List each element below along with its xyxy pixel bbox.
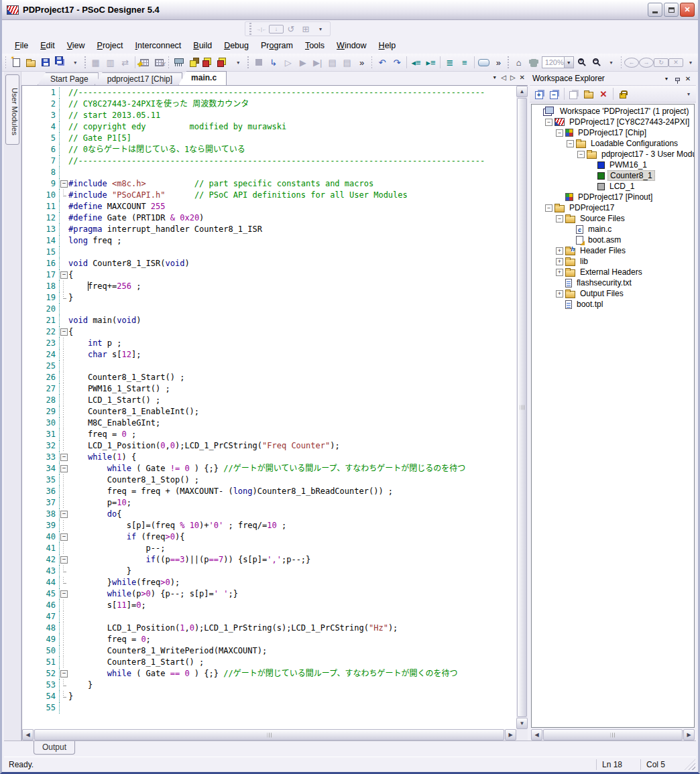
fold-marker[interactable] (60, 269, 68, 281)
code-line[interactable]: 22{ (22, 326, 516, 338)
fold-marker[interactable] (60, 554, 68, 566)
ws-scroll-right-icon[interactable]: ▶ (683, 729, 695, 740)
save-all-icon[interactable] (53, 56, 68, 70)
menu-edit[interactable]: Edit (34, 39, 61, 52)
user-modules-tab[interactable]: User Modules (5, 74, 19, 145)
fold-marker[interactable] (60, 645, 68, 657)
tree-item-source-files[interactable]: −Source Files (532, 213, 694, 224)
scroll-up-icon[interactable]: ▲ (516, 86, 528, 97)
code-line[interactable]: 6// 0ならゲートは閉じている、1なら開いている (22, 144, 516, 155)
debug-stop-icon[interactable] (251, 56, 266, 70)
code-line[interactable]: 2// CY8C27443-24PXIを使った 周波数カウンタ (22, 99, 516, 110)
minimize-button[interactable] (648, 3, 662, 17)
build-project-icon[interactable] (201, 56, 216, 70)
maximize-button[interactable] (664, 3, 679, 17)
toolbar-grip[interactable] (621, 56, 622, 68)
fold-marker[interactable] (60, 190, 68, 201)
fold-marker[interactable] (60, 178, 68, 190)
fold-marker[interactable] (60, 531, 68, 543)
um-wiring-icon[interactable]: ⇄ (118, 56, 133, 70)
ws-pin-icon[interactable] (672, 75, 683, 82)
fold-marker[interactable] (60, 452, 68, 463)
menu-debug[interactable]: Debug (218, 39, 255, 52)
code-line[interactable]: 51 Counter8_1_Start() ; (22, 657, 516, 668)
toolbar-grip[interactable] (84, 56, 85, 68)
code-line[interactable]: 5// Gate P1[5] (22, 133, 516, 144)
debug-run-icon[interactable]: ▶ (296, 56, 310, 70)
lock-icon[interactable] (616, 87, 630, 101)
clone-project-icon[interactable] (567, 87, 581, 101)
build-dropdown-icon[interactable]: ▾ (231, 56, 245, 70)
tree-item-flashsecurity-txt[interactable]: flashsecurity.txt (532, 277, 694, 288)
menu-build[interactable]: Build (187, 39, 218, 52)
toolbar-grip[interactable] (371, 56, 372, 68)
open-file-icon[interactable] (23, 56, 38, 70)
code-line[interactable]: 21void main(void) (22, 315, 516, 326)
fold-marker[interactable] (60, 577, 68, 588)
tab-scroll-right-icon[interactable]: ▷ (510, 74, 516, 81)
scroll-left-icon[interactable]: ◀ (22, 729, 34, 740)
nav-dropdown-icon[interactable]: ▾ (683, 56, 698, 70)
code-line[interactable]: 28 LCD_1_Start() ; (22, 395, 516, 406)
zoom-in-icon[interactable] (575, 56, 589, 70)
tree-item-workspace-pdproject17-1-project-[interactable]: Workspace 'PDProject17' (1 project) (532, 106, 694, 117)
tree-item-output-files[interactable]: +Output Files (532, 288, 694, 299)
code-line[interactable]: 40 if (freq>0){ (22, 531, 516, 543)
code-line[interactable]: 14long freq ; (22, 235, 516, 247)
fold-marker[interactable] (60, 543, 68, 554)
add-user-module-icon[interactable] (137, 56, 152, 70)
code-line[interactable]: 3// start 2013.05.11 (22, 110, 516, 121)
build-all-icon[interactable] (216, 56, 231, 70)
code-line[interactable]: 39 s[p]=(freq % 10)+'0' ; freq/=10 ; (22, 520, 516, 531)
menu-view[interactable]: View (61, 39, 91, 52)
tab-main-c[interactable]: main.c (178, 71, 227, 85)
tree-item-main-c[interactable]: cmain.c (532, 224, 694, 235)
code-line[interactable]: 24 char s[12]; (22, 349, 516, 361)
zoom-dropdown-icon[interactable]: ▾ (604, 56, 619, 70)
tree-item-pdproject17-chip-[interactable]: −PDProject17 [Chip] (532, 127, 694, 138)
expand-all-icon[interactable] (532, 87, 547, 101)
code-line[interactable]: 25 (22, 361, 516, 372)
stop-load-icon[interactable]: ✕ (668, 58, 683, 67)
tab-list-dropdown-icon[interactable]: ▼ (492, 75, 497, 80)
code-line[interactable]: 19} (22, 292, 516, 304)
zoom-combo-dropdown-icon[interactable]: ▼ (564, 57, 573, 68)
align-merge-icon[interactable]: →|← (254, 22, 269, 36)
menu-window[interactable]: Window (331, 39, 372, 52)
tree-expander-icon[interactable]: + (556, 290, 563, 298)
revert-icon[interactable]: ↺ (284, 22, 298, 36)
fold-marker[interactable] (60, 440, 68, 452)
code-line[interactable]: 44 }while(freq>0); (22, 577, 516, 588)
fold-marker[interactable] (60, 520, 68, 531)
fold-marker[interactable] (60, 634, 68, 645)
refresh-icon[interactable]: ↻ (654, 58, 668, 67)
um-placement-icon[interactable]: ▥ (103, 56, 118, 70)
ws-toolbar-more-icon[interactable]: ▾ (681, 87, 696, 101)
tab-scroll-left-icon[interactable]: ◁ (501, 74, 506, 81)
code-line[interactable]: 20 (22, 304, 516, 315)
fold-marker[interactable] (60, 588, 68, 600)
toolbar-grip[interactable] (249, 23, 251, 35)
fold-marker[interactable] (60, 680, 68, 691)
fold-marker[interactable] (60, 383, 68, 395)
code-line[interactable]: 7//-------------------------------------… (22, 155, 516, 167)
tab-close-icon[interactable]: ✕ (520, 74, 525, 81)
code-line[interactable]: 45 while(p>0) {p--; s[p]=' ';} (22, 588, 516, 600)
debug-overflow-icon[interactable]: » (355, 56, 369, 70)
toolbar-grip[interactable] (247, 56, 248, 68)
fold-marker[interactable] (60, 497, 68, 509)
tree-expander-icon[interactable]: + (556, 269, 563, 276)
fold-marker[interactable] (60, 395, 68, 406)
tree-item-lcd-1[interactable]: LCD_1 (532, 181, 694, 192)
code-line[interactable]: 49 freq = 0; (22, 634, 516, 645)
save-dropdown-icon[interactable]: ▾ (68, 56, 82, 70)
fold-marker[interactable] (60, 611, 68, 623)
tree-expander-icon[interactable]: − (577, 151, 585, 158)
zoom-out-icon[interactable] (589, 56, 604, 70)
fold-marker[interactable] (60, 486, 68, 497)
register-list-icon[interactable]: ▤ (340, 56, 355, 70)
menu-program[interactable]: Program (255, 39, 299, 52)
code-line[interactable]: 43 } (22, 566, 516, 577)
home-icon[interactable]: ⌂ (512, 56, 526, 70)
tree-item-lib[interactable]: +lib (532, 256, 694, 267)
